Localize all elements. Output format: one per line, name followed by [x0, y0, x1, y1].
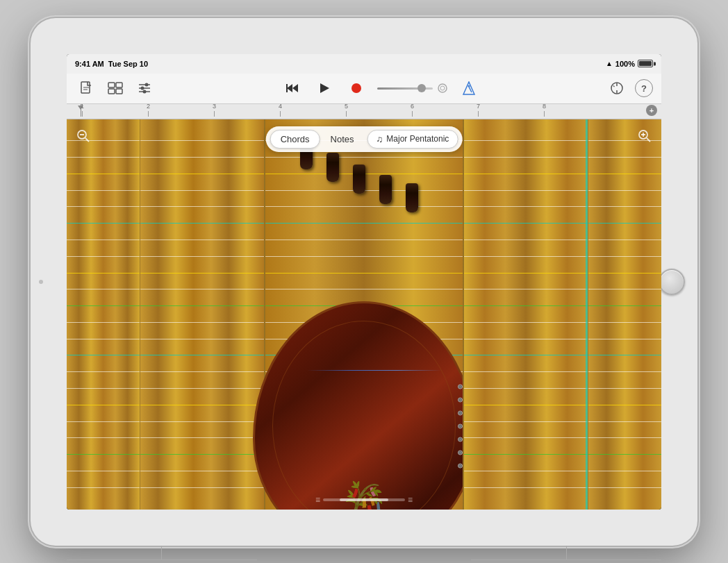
- svg-point-10: [141, 87, 144, 90]
- panel-right-inner: [463, 119, 588, 510]
- panel-left-outer: [67, 119, 140, 510]
- status-right: ▲ 100%: [606, 60, 653, 68]
- tracks-button[interactable]: [104, 77, 126, 99]
- mixer-icon: [137, 82, 152, 94]
- toolbar-right: ?: [606, 77, 653, 99]
- zoom-out-button[interactable]: [76, 129, 90, 146]
- time-display: 9:41 AM: [75, 60, 104, 68]
- tracks-icon: [108, 82, 123, 94]
- svg-rect-5: [108, 89, 115, 94]
- toolbar: ?: [67, 74, 661, 104]
- tuning-wire: [307, 370, 442, 371]
- status-bar: 9:41 AM Tue Sep 10 ▲ 100%: [67, 54, 661, 74]
- svg-marker-20: [463, 82, 474, 94]
- svg-point-22: [468, 85, 470, 87]
- date-display: Tue Sep 10: [108, 60, 148, 68]
- bridge-4: [379, 175, 392, 204]
- svg-marker-13: [287, 84, 292, 92]
- svg-rect-4: [116, 83, 122, 87]
- metronome-icon: [463, 81, 475, 95]
- rewind-button[interactable]: [281, 77, 304, 99]
- svg-line-28: [85, 138, 89, 142]
- svg-rect-3: [108, 83, 115, 87]
- ipad-screen: 9:41 AM Tue Sep 10 ▲ 100%: [67, 54, 661, 510]
- record-button[interactable]: [345, 77, 367, 99]
- svg-point-17: [351, 83, 361, 93]
- wifi-icon: ▲: [606, 60, 613, 67]
- tab-indicator-right: [471, 546, 661, 564]
- scroll-left-icon: ≡: [315, 495, 320, 505]
- battery-fill: [639, 61, 652, 66]
- timeline-ruler: 1 2 3 4 5: [67, 104, 661, 119]
- toolbar-center: [281, 77, 480, 99]
- ruler-mark-3: 3: [213, 104, 216, 117]
- ruler-mark-1: 1: [81, 104, 84, 117]
- strings-right-inner: [464, 119, 588, 510]
- ruler-mark-6: 6: [411, 104, 414, 117]
- ruler-mark-5: 5: [345, 104, 348, 117]
- ipad-frame: 9:41 AM Tue Sep 10 ▲ 100%: [31, 18, 697, 546]
- volume-slider[interactable]: [377, 87, 433, 90]
- tab-indicator-left: [67, 546, 257, 564]
- play-button[interactable]: [313, 77, 336, 99]
- svg-line-32: [647, 138, 650, 142]
- panel-center[interactable]: 🎋: [265, 119, 463, 510]
- mixer-button[interactable]: [133, 77, 156, 99]
- svg-marker-14: [292, 84, 298, 92]
- settings-icon: [610, 81, 624, 95]
- metronome-button[interactable]: [458, 77, 480, 99]
- battery-percent: 100%: [615, 60, 635, 68]
- tab-indicators: [67, 546, 661, 564]
- ruler-mark-8: 8: [543, 104, 546, 117]
- zoom-in-button[interactable]: [638, 129, 652, 146]
- volume-control[interactable]: [377, 83, 448, 94]
- battery-icon: [638, 60, 653, 67]
- zoom-out-icon: [76, 129, 90, 143]
- zoom-in-icon: [638, 129, 652, 143]
- tuning-pins: [458, 384, 463, 468]
- bridge-5: [406, 183, 418, 212]
- scale-button[interactable]: ♫ Major Pentatonic: [367, 130, 458, 149]
- volume-icon: [437, 83, 448, 94]
- play-icon: [318, 82, 331, 94]
- scale-label: Major Pentatonic: [386, 134, 449, 144]
- svg-marker-16: [320, 83, 329, 93]
- rewind-icon: [286, 82, 299, 94]
- svg-point-11: [145, 83, 149, 87]
- add-track-button[interactable]: +: [646, 105, 657, 116]
- bridge-3: [353, 165, 365, 194]
- help-button[interactable]: ?: [635, 79, 653, 97]
- main-content: 🎋: [67, 119, 661, 510]
- notes-tab[interactable]: Notes: [320, 130, 365, 149]
- help-icon: ?: [641, 83, 647, 94]
- svg-point-19: [440, 86, 445, 90]
- chord-note-selector: Chords Notes ♫ Major Pentatonic: [266, 126, 463, 152]
- toolbar-left: [75, 77, 156, 99]
- scroll-thumb: [340, 498, 389, 501]
- side-button[interactable]: [39, 280, 43, 284]
- ruler-mark-2: 2: [147, 104, 150, 117]
- strings-left-outer: [67, 119, 140, 510]
- home-button[interactable]: [659, 269, 685, 295]
- scroll-bar-container[interactable]: ≡ ≡: [315, 494, 413, 506]
- status-left: 9:41 AM Tue Sep 10: [75, 60, 148, 68]
- scroll-track[interactable]: [323, 498, 405, 501]
- record-icon: [350, 82, 363, 94]
- chords-tab[interactable]: Chords: [270, 130, 320, 149]
- scroll-right-icon: ≡: [408, 495, 413, 505]
- doc-icon: [78, 81, 94, 96]
- svg-point-18: [438, 84, 447, 92]
- svg-rect-15: [286, 84, 288, 92]
- ruler-mark-7: 7: [477, 104, 480, 117]
- ruler-mark-4: 4: [279, 104, 282, 117]
- strings-right-outer: [588, 119, 661, 510]
- bridge-2: [326, 153, 339, 182]
- settings-button[interactable]: [606, 77, 628, 99]
- music-notes-icon: ♫: [377, 134, 383, 144]
- strings-left-inner: [140, 119, 264, 510]
- ruler-content: 1 2 3 4 5: [67, 104, 661, 117]
- svg-rect-6: [116, 89, 122, 94]
- panel-left-inner: [140, 119, 265, 510]
- new-song-button[interactable]: [75, 77, 97, 99]
- svg-point-12: [143, 90, 147, 94]
